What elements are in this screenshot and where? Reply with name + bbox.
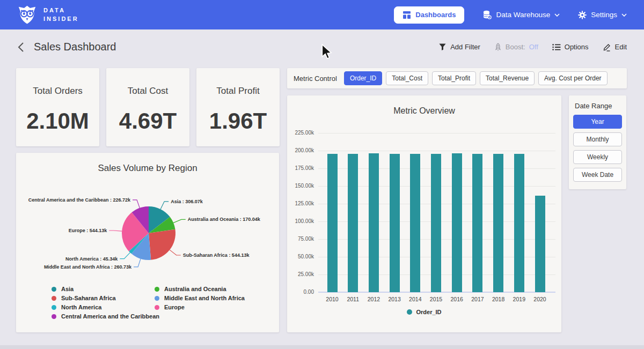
bar-2014[interactable] <box>410 154 420 292</box>
bar-2018[interactable] <box>493 154 503 292</box>
legend-dot <box>52 305 56 310</box>
bar-2017[interactable] <box>472 154 482 292</box>
bar-2013[interactable] <box>390 154 400 292</box>
y-tick-label: 100.00k <box>287 218 314 224</box>
edit-label: Edit <box>615 43 627 51</box>
options-button[interactable]: Options <box>552 43 589 51</box>
pie-legend-item-asia[interactable]: Asia <box>52 286 159 292</box>
pie-slice-sub-saharan-africa[interactable] <box>149 229 175 260</box>
legend-label: Middle East and North Africa <box>164 295 245 301</box>
brand-logo[interactable]: DATA INSIDER <box>17 5 79 25</box>
add-filter-label: Add Filter <box>450 43 480 51</box>
x-axis-label-2013: 2013 <box>384 296 405 302</box>
date-range-button-weekly[interactable]: Weekly <box>573 150 622 164</box>
boost-toggle[interactable]: Boost: Off <box>494 43 538 51</box>
sales-dashboard-app: DATA INSIDER Dashboards <box>0 0 644 349</box>
date-range-button-week-date[interactable]: Week Date <box>573 168 622 182</box>
y-tick-label: 175.00k <box>287 165 314 171</box>
dashboards-grid-icon <box>402 11 411 19</box>
pie-label-europe: Europe : 544.13k <box>69 228 108 233</box>
x-axis-label-2014: 2014 <box>405 296 426 302</box>
top-nav-items: Dashboards Data Warehouse <box>394 6 627 24</box>
bottom-strip <box>0 345 644 349</box>
bar-2012[interactable] <box>369 153 379 292</box>
bar-2020[interactable] <box>535 196 545 292</box>
metric-overview-card: Metric Overview 0.0025.00k50.00k75.00k10… <box>287 95 561 332</box>
chevron-down-icon <box>554 13 560 17</box>
legend-label: Order_ID <box>416 309 441 315</box>
legend-label: Australia and Oceania <box>164 286 226 292</box>
filter-funnel-icon <box>438 43 447 51</box>
kpi-label: Total Cost <box>128 86 169 96</box>
pie-label-asia: Asia : 306.07k <box>171 199 203 204</box>
bar-2010[interactable] <box>327 154 338 292</box>
metric-button-total-profit[interactable]: Total_Profit <box>432 71 476 85</box>
bar-2016[interactable] <box>452 153 462 292</box>
metric-button-total-revenue[interactable]: Total_Revenue <box>480 71 535 85</box>
bar-chart-legend[interactable]: Order_ID <box>287 309 561 315</box>
pie-label-line <box>134 259 141 267</box>
x-axis-label-2019: 2019 <box>508 296 530 302</box>
legend-label: Europe <box>164 304 185 310</box>
nav-data-warehouse-label: Data Warehouse <box>496 11 550 19</box>
y-tick-label: 150.00k <box>287 183 314 189</box>
kpi-value: 1.96T <box>209 108 267 134</box>
bar-2015[interactable] <box>431 154 441 292</box>
pie-legend-item-australia-and-oceania[interactable]: Australia and Oceania <box>155 286 245 292</box>
y-tick-label: 200.00k <box>287 147 314 153</box>
owl-logo-icon <box>17 5 37 25</box>
gridline <box>318 133 555 133</box>
metric-button-avg-cost-per-order[interactable]: Avg. Cost per Order <box>538 71 608 85</box>
legend-dot <box>407 309 412 315</box>
pie-label-line <box>109 231 122 231</box>
pie-label-central-america-and-the-caribbean: Central America and the Caribbean : 226.… <box>28 197 131 203</box>
database-icon <box>482 10 492 19</box>
metric-control-label: Metric Control <box>294 75 337 83</box>
pie-legend-item-sub-saharan-africa[interactable]: Sub-Saharan Africa <box>52 295 159 301</box>
sales-volume-card: Sales Volume by Region Asia : 306.07kAus… <box>16 153 279 332</box>
nav-dashboards-button[interactable]: Dashboards <box>394 6 464 24</box>
edit-pencil-icon <box>603 43 611 51</box>
metric-button-total-cost[interactable]: Total_Cost <box>386 71 428 85</box>
nav-dashboards-label: Dashboards <box>415 11 456 19</box>
y-tick-label: 50.00k <box>287 254 314 259</box>
pie-legend-column-2: Australia and OceaniaMiddle East and Nor… <box>155 286 245 310</box>
x-axis-label-2017: 2017 <box>467 296 488 302</box>
pie-legend-item-central-america-and-the-caribbean[interactable]: Central America and the Caribbean <box>52 313 159 320</box>
date-range-button-monthly[interactable]: Monthly <box>573 132 622 146</box>
kpi-label: Total Orders <box>33 86 83 96</box>
bar-2011[interactable] <box>348 154 358 292</box>
kpi-card-total-profit: Total Profit1.96T <box>196 68 280 146</box>
edit-button[interactable]: Edit <box>603 43 627 51</box>
date-range-panel: Date Range YearMonthlyWeeklyWeek Date <box>569 95 626 189</box>
legend-dot <box>155 305 159 310</box>
date-range-button-year[interactable]: Year <box>573 115 622 129</box>
x-axis-label-2010: 2010 <box>321 296 343 302</box>
pie-legend-column-1: AsiaSub-Saharan AfricaNorth AmericaCentr… <box>52 286 159 320</box>
nav-settings[interactable]: Settings <box>578 11 627 19</box>
legend-label: North America <box>61 304 101 310</box>
back-button[interactable] <box>17 42 24 53</box>
pie-legend-item-europe[interactable]: Europe <box>155 304 245 310</box>
nav-data-warehouse[interactable]: Data Warehouse <box>482 10 560 19</box>
x-axis-label-2011: 2011 <box>342 296 364 302</box>
pie-legend-item-north-america[interactable]: North America <box>52 304 159 310</box>
legend-dot <box>155 296 159 301</box>
y-tick-label: 125.00k <box>287 201 314 206</box>
metric-button-order-id[interactable]: Order_ID <box>344 71 382 85</box>
y-tick-label: 75.00k <box>287 236 314 242</box>
y-tick-label: 0.00 <box>287 289 314 295</box>
pie-label-line <box>160 202 169 209</box>
add-filter-button[interactable]: Add Filter <box>438 43 480 51</box>
chevron-down-icon <box>621 13 627 17</box>
boost-label: Boost: <box>506 43 525 51</box>
date-range-buttons: YearMonthlyWeeklyWeek Date <box>573 115 622 182</box>
pie-legend-item-middle-east-and-north-africa[interactable]: Middle East and North Africa <box>155 295 245 301</box>
pie-label-line <box>120 253 130 259</box>
kpi-card-total-cost: Total Cost4.69T <box>106 68 189 146</box>
legend-dot <box>52 287 56 292</box>
pie-label-middle-east-and-north-africa: Middle East and North Africa : 260.73k <box>44 264 132 270</box>
bar-2019[interactable] <box>514 154 524 292</box>
x-axis-label-2018: 2018 <box>488 296 509 302</box>
options-label: Options <box>565 43 589 51</box>
